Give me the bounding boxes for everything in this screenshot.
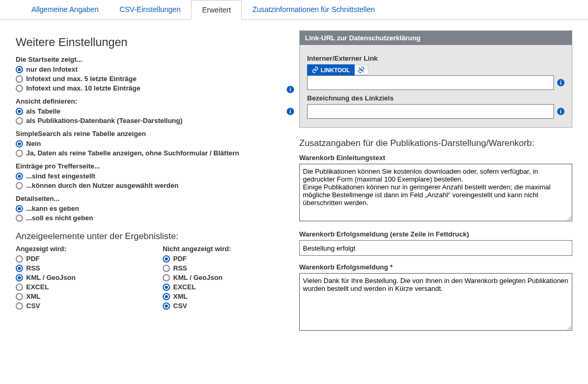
group-detail: Detailseiten... ...kann es geben ...soll… [16, 195, 289, 222]
radio-notshown-csv[interactable]: CSV [163, 302, 289, 310]
radio-icon [16, 274, 23, 281]
radio-view-0[interactable]: als Tabelle [16, 107, 289, 115]
radio-label: CSV [173, 302, 187, 310]
radio-perpage-0[interactable]: ...sind fest eingestellt [16, 172, 289, 180]
page: Allgemeine Angaben CSV-Einstellungen Erw… [0, 0, 588, 343]
radio-shown-rss[interactable]: RSS [16, 264, 142, 272]
group-view: Ansicht definieren: als Tabelle als Publ… [16, 97, 289, 125]
radio-shown-kml[interactable]: KML / GeoJson [16, 274, 142, 281]
cart-intro-textarea[interactable] [299, 164, 572, 221]
radio-detail-1[interactable]: ...soll es nicht geben [16, 214, 289, 222]
radio-icon [16, 214, 23, 222]
info-icon[interactable]: i [287, 86, 294, 93]
group-detail-label: Detailseiten... [16, 195, 289, 202]
radio-icon [163, 274, 170, 281]
group-simplesearch-label: SimpleSearch als reine Tabelle anzeigen [16, 130, 289, 138]
linktext-label: Bezeichnung des Linkziels [307, 94, 564, 102]
cart-success1-input[interactable] [299, 240, 572, 256]
radio-icon [16, 293, 23, 300]
info-icon[interactable]: i [557, 79, 564, 86]
radio-label: XML [173, 292, 187, 300]
radio-label: als Publikations-Datenbank (Teaser-Darst… [26, 117, 183, 125]
group-startpage-label: Die Startseite zeigt... [16, 55, 289, 63]
group-startpage: Die Startseite zeigt... nur den Infotext… [16, 55, 289, 92]
radio-shown-excel[interactable]: EXCEL [16, 283, 142, 291]
cart-intro-label: Warenkorb Einleitungstext [299, 154, 572, 162]
radio-shown-csv[interactable]: CSV [16, 302, 142, 310]
link-url-input[interactable] [307, 75, 554, 90]
radio-icon [163, 255, 170, 263]
radio-notshown-rss[interactable]: RSS [163, 264, 289, 272]
info-icon[interactable]: i [287, 108, 294, 115]
radio-simplesearch-1[interactable]: Ja, Daten als reine Tabelle anzeigen, oh… [16, 149, 289, 157]
publication-section-title: Zusatzangaben für die Publikations-Darst… [299, 138, 572, 149]
radio-icon [16, 205, 23, 212]
radio-icon [16, 302, 23, 310]
panel-header: Link-URL zur Datenschutzerklärung [300, 31, 572, 45]
radio-icon [163, 302, 170, 310]
radio-shown-pdf[interactable]: PDF [16, 255, 142, 263]
radio-icon [16, 140, 23, 148]
radio-icon [163, 265, 170, 272]
radio-notshown-xml[interactable]: XML [163, 292, 289, 300]
radio-label: RSS [173, 264, 187, 272]
radio-label: EXCEL [173, 283, 196, 291]
group-perpage-label: Einträge pro Trefferseite... [16, 162, 289, 170]
info-icon[interactable]: i [557, 108, 564, 115]
radio-label: ...können durch den Nutzer ausgewählt we… [26, 182, 178, 189]
radio-shown-xml[interactable]: XML [16, 292, 142, 300]
radio-view-1[interactable]: als Publikations-Datenbank (Teaser-Darst… [16, 117, 289, 125]
radio-label: KML / GeoJson [173, 274, 222, 281]
linktool-row: LINKTOOL [307, 64, 564, 75]
cart-success1-label: Warenkorb Erfolgsmeldung (erste Zeile in… [299, 230, 572, 238]
radio-label: EXCEL [26, 283, 49, 291]
left-column: Weitere Einstellungen Die Startseite zei… [16, 30, 289, 332]
radio-icon [16, 150, 23, 157]
tab-general[interactable]: Allgemeine Angaben [21, 0, 109, 19]
radio-label: PDF [173, 255, 187, 263]
radio-label: nur den Infotext [26, 65, 77, 73]
radio-icon [16, 182, 23, 189]
link-input-row: i [307, 75, 564, 90]
notshown-column: Nicht angezeigt wird: PDF RSS KML / GeoJ… [163, 245, 289, 311]
radio-label: Infotext und max. 10 letzte Einträge [26, 84, 140, 92]
radio-label: XML [26, 292, 40, 300]
radio-notshown-excel[interactable]: EXCEL [163, 283, 289, 291]
elements-heading: Anzeigeelemente unter der Ergebnisliste: [16, 231, 289, 242]
link-text-input[interactable] [307, 104, 554, 119]
radio-icon [163, 284, 170, 291]
radio-label: Nein [26, 140, 41, 148]
radio-simplesearch-0[interactable]: Nein [16, 140, 289, 148]
radio-startpage-1[interactable]: Infotext und max. 5 letzte Einträge [16, 75, 289, 83]
shown-label: Angezeigt wird: [16, 245, 142, 253]
tab-bar: Allgemeine Angaben CSV-Einstellungen Erw… [0, 0, 588, 20]
group-perpage: Einträge pro Trefferseite... ...sind fes… [16, 162, 289, 189]
radio-notshown-kml[interactable]: KML / GeoJson [163, 274, 289, 281]
tab-interfaces[interactable]: Zusatzinformationen für Schnittstellen [242, 0, 385, 19]
radio-label: ...kann es geben [26, 205, 79, 212]
group-simplesearch: SimpleSearch als reine Tabelle anzeigen … [16, 130, 289, 157]
right-column: Link-URL zur Datenschutzerklärung Intern… [299, 30, 572, 332]
radio-label: KML / GeoJson [26, 274, 75, 281]
linktool-button[interactable]: LINKTOOL [307, 64, 355, 75]
tab-advanced[interactable]: Erweitert [191, 0, 242, 20]
radio-notshown-pdf[interactable]: PDF [163, 255, 289, 263]
radio-detail-0[interactable]: ...kann es geben [16, 205, 289, 212]
radio-icon [16, 284, 23, 291]
radio-icon [16, 108, 23, 115]
radio-icon [16, 265, 23, 272]
radio-startpage-2[interactable]: Infotext und max. 10 letzte Einträge [16, 84, 289, 92]
radio-label: Infotext und max. 5 letzte Einträge [26, 75, 137, 83]
notshown-label: Nicht angezeigt wird: [163, 245, 289, 253]
cart-success2-textarea[interactable] [299, 273, 572, 331]
linktext-input-row: i [307, 104, 564, 119]
radio-perpage-1[interactable]: ...können durch den Nutzer ausgewählt we… [16, 182, 289, 189]
shown-column: Angezeigt wird: PDF RSS KML / GeoJson EX… [16, 245, 142, 311]
link-icon [312, 66, 319, 73]
unlink-button[interactable] [355, 65, 368, 75]
radio-label: RSS [26, 264, 40, 272]
tab-csv[interactable]: CSV-Einstellungen [109, 0, 191, 19]
radio-icon [16, 255, 23, 263]
privacy-link-panel: Link-URL zur Datenschutzerklärung Intern… [299, 30, 572, 128]
radio-startpage-0[interactable]: nur den Infotext [16, 65, 289, 73]
